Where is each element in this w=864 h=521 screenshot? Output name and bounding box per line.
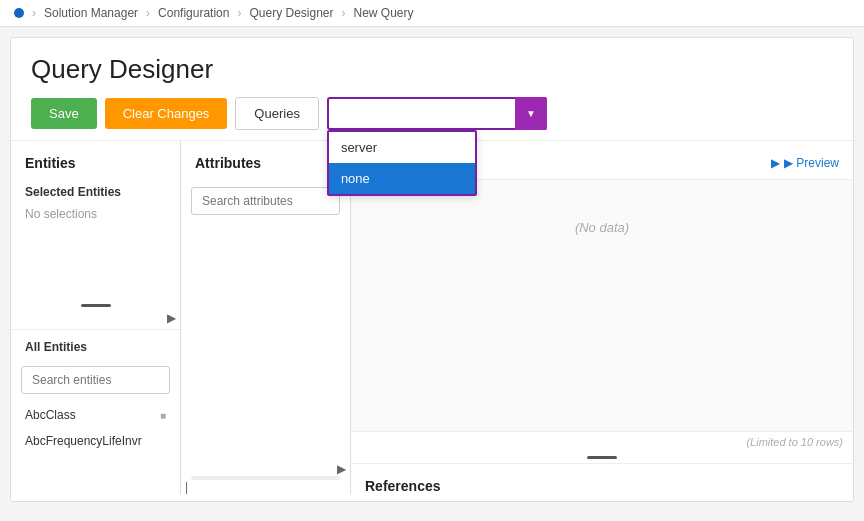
attributes-panel-collapse-right: ▶ bbox=[181, 462, 350, 476]
breadcrumb-sep-3: › bbox=[342, 6, 346, 20]
entities-top: Selected Entities No selections bbox=[11, 179, 180, 233]
page-title: Query Designer bbox=[31, 54, 833, 85]
entities-header: Entities bbox=[11, 141, 180, 179]
queries-button[interactable]: Queries bbox=[235, 97, 319, 130]
entity-icon-abcclass: ■ bbox=[160, 410, 166, 421]
clear-changes-button[interactable]: Clear Changes bbox=[105, 98, 228, 129]
list-item[interactable]: AbcClass ■ bbox=[11, 402, 180, 428]
entities-list: AbcClass ■ AbcFrequencyLifeInvr bbox=[11, 402, 180, 494]
entity-name-abcclass: AbcClass bbox=[25, 408, 76, 422]
breadcrumb-solution-manager[interactable]: Solution Manager bbox=[44, 6, 138, 20]
collapse-attributes-left-button[interactable]: | bbox=[185, 480, 188, 494]
selected-entities-label: Selected Entities bbox=[11, 179, 180, 203]
top-bar: › Solution Manager › Configuration › Que… bbox=[0, 0, 864, 27]
breadcrumb-new-query[interactable]: New Query bbox=[354, 6, 414, 20]
limited-rows-text: (Limited to 10 rows) bbox=[351, 432, 853, 452]
entity-name-abcfreq: AbcFrequencyLifeInvr bbox=[25, 434, 142, 448]
search-entities-input[interactable] bbox=[21, 366, 170, 394]
entities-panel-bottom: ▶ bbox=[11, 311, 180, 325]
search-attributes-input[interactable] bbox=[191, 187, 340, 215]
entities-top-scroll-indicator bbox=[81, 304, 111, 307]
preview-label: ▶ Preview bbox=[784, 156, 839, 170]
query-dropdown-input[interactable]: none bbox=[327, 97, 547, 130]
breadcrumb-query-designer[interactable]: Query Designer bbox=[249, 6, 333, 20]
breadcrumb-sep-2: › bbox=[237, 6, 241, 20]
list-item[interactable]: AbcFrequencyLifeInvr bbox=[11, 428, 180, 454]
selected-scroll-indicator bbox=[587, 456, 617, 459]
main-content: Query Designer Save Clear Changes Querie… bbox=[10, 37, 854, 502]
preview-icon: ▶ bbox=[771, 156, 780, 170]
toolbar: Save Clear Changes Queries none server n… bbox=[31, 97, 833, 130]
attributes-list bbox=[181, 223, 350, 454]
dropdown-menu: server none bbox=[327, 130, 477, 196]
selected-data-area: (No data) bbox=[351, 179, 853, 432]
references-title: References bbox=[365, 478, 839, 494]
all-entities-label: All Entities bbox=[11, 329, 180, 358]
entities-panel: Entities Selected Entities No selections… bbox=[11, 141, 181, 494]
collapse-attributes-right-button[interactable]: ▶ bbox=[337, 462, 346, 476]
no-selections-text: No selections bbox=[11, 203, 180, 225]
breadcrumb-configuration[interactable]: Configuration bbox=[158, 6, 229, 20]
attributes-panel-collapse-left: | bbox=[181, 480, 350, 494]
nav-dot bbox=[14, 8, 24, 18]
page-header: Query Designer Save Clear Changes Querie… bbox=[11, 38, 853, 141]
breadcrumb-sep-0: › bbox=[32, 6, 36, 20]
dropdown-item-server[interactable]: server bbox=[329, 132, 475, 163]
collapse-entities-right-button[interactable]: ▶ bbox=[167, 311, 176, 325]
references-section: References bbox=[351, 463, 853, 494]
save-button[interactable]: Save bbox=[31, 98, 97, 129]
dropdown-container: none server none bbox=[327, 97, 547, 130]
attributes-header: Attributes bbox=[181, 141, 350, 179]
dropdown-item-none[interactable]: none bbox=[329, 163, 475, 194]
breadcrumb-sep-1: › bbox=[146, 6, 150, 20]
attributes-panel: Attributes ▶ | bbox=[181, 141, 351, 494]
preview-button[interactable]: ▶ ▶ Preview bbox=[771, 156, 839, 170]
